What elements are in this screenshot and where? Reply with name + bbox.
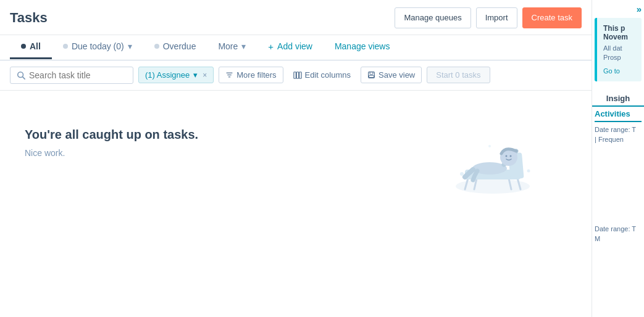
tab-due-today-label: Due today (0) (72, 41, 124, 51)
svg-rect-6 (296, 72, 299, 78)
svg-point-20 (506, 155, 508, 157)
relaxing-person-illustration (443, 109, 542, 205)
svg-rect-9 (370, 72, 373, 75)
activities-section: Activities Date range: T | Frequen (592, 107, 644, 147)
edit-columns-label: Edit columns (305, 70, 351, 80)
tab-manage-views-label: Manage views (335, 41, 390, 51)
empty-state-title: You're all caught up on tasks. (25, 128, 198, 142)
insight-card: This pNovem All datProsp Go to (595, 18, 642, 81)
insight-card-text: All datProsp (603, 44, 635, 63)
svg-rect-5 (293, 72, 296, 78)
activities-title: Activities (595, 109, 642, 122)
header: Tasks Manage queues Import Create task (0, 0, 592, 35)
tab-all[interactable]: All (10, 35, 52, 59)
more-filters-label: More filters (236, 70, 276, 80)
frequency-label: | Frequen (595, 134, 642, 145)
close-icon[interactable]: × (203, 71, 207, 80)
svg-point-24 (488, 145, 491, 147)
assignee-chip-label: (1) Assignee (145, 70, 190, 80)
tab-manage-views[interactable]: Manage views (324, 35, 401, 59)
filter-icon (225, 71, 233, 79)
tab-all-label: All (30, 41, 41, 51)
tab-more-label: More (218, 41, 238, 51)
empty-state-subtitle: Nice work. (25, 148, 65, 158)
tab-more[interactable]: More ▾ (207, 35, 257, 59)
main-content: Tasks Manage queues Import Create task A… (0, 0, 592, 317)
import-button[interactable]: Import (476, 7, 517, 28)
edit-columns-button[interactable]: Edit columns (288, 67, 356, 83)
empty-illustration (443, 109, 542, 207)
search-input[interactable] (29, 70, 122, 80)
tab-overdue-label: Overdue (163, 41, 196, 51)
tab-add-view-label: Add view (277, 41, 312, 51)
tab-overdue[interactable]: Overdue (143, 35, 207, 59)
svg-point-23 (527, 169, 530, 172)
date-range-2: Date range: T (595, 224, 642, 234)
tab-more-chevron-icon: ▾ (241, 41, 246, 51)
svg-line-1 (23, 76, 25, 79)
more-filters-button[interactable]: More filters (219, 67, 283, 83)
right-panel: » This pNovem All datProsp Go to Insigh … (592, 0, 644, 317)
search-box (10, 67, 133, 84)
tab-dot-overdue (154, 44, 159, 49)
search-icon (17, 71, 25, 80)
tab-due-today[interactable]: Due today (0) ▾ (52, 35, 143, 59)
assignee-filter-chip[interactable]: (1) Assignee ▾ × (138, 67, 214, 83)
tab-dot-all (21, 44, 26, 49)
insights-label: Insigh (595, 89, 642, 105)
save-icon (367, 71, 375, 79)
save-view-label: Save view (378, 70, 415, 80)
chevron-down-icon: ▾ (128, 41, 132, 51)
save-view-button[interactable]: Save view (361, 67, 422, 83)
svg-rect-7 (299, 72, 301, 78)
plus-icon: + (268, 41, 274, 52)
svg-point-21 (510, 155, 512, 157)
more-label-2: M (595, 234, 642, 244)
page-title: Tasks (10, 10, 48, 26)
svg-rect-8 (369, 72, 375, 78)
tab-add-view[interactable]: + Add view (257, 35, 324, 60)
tabs-row: All Due today (0) ▾ Overdue More ▾ + Add… (0, 35, 592, 60)
expand-panel-icon[interactable]: » (637, 4, 642, 14)
start-tasks-button: Start 0 tasks (427, 67, 490, 83)
filters-row: (1) Assignee ▾ × More filters Edit colum… (0, 60, 592, 91)
tab-dot-due-today (63, 44, 68, 49)
svg-rect-10 (369, 75, 374, 77)
insight-card-title: This pNovem (603, 24, 635, 41)
empty-state: You're all caught up on tasks. Nice work… (0, 91, 592, 318)
manage-queues-button[interactable]: Manage queues (395, 7, 470, 28)
create-task-button[interactable]: Create task (522, 7, 582, 28)
svg-point-22 (460, 172, 464, 176)
chevron-down-icon: ▾ (193, 70, 198, 80)
insight-link[interactable]: Go to (603, 67, 620, 75)
date-range-1: Date range: T (595, 125, 642, 135)
header-actions: Manage queues Import Create task (395, 7, 582, 28)
columns-icon (293, 71, 302, 80)
activities-section-2: Date range: T M (592, 221, 644, 247)
